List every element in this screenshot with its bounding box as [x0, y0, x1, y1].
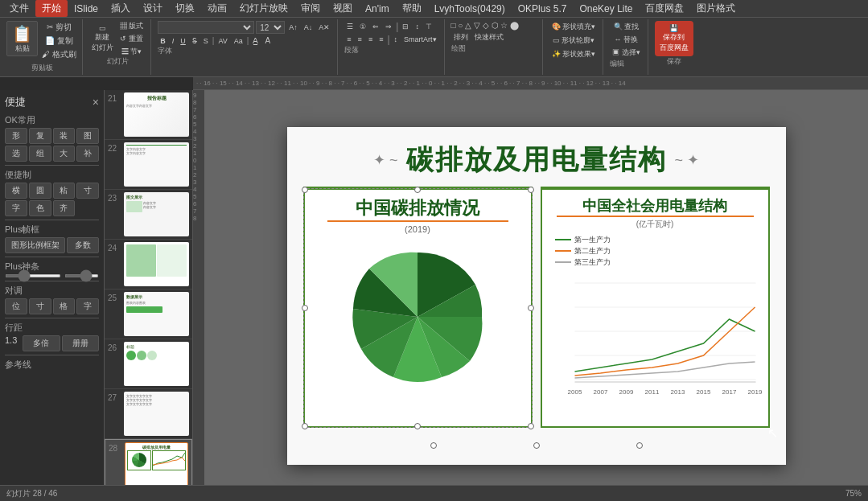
- smartart-convert[interactable]: SmartArt▾: [401, 35, 439, 44]
- underline-button[interactable]: U: [178, 36, 188, 46]
- col-button[interactable]: ⊟: [400, 22, 411, 31]
- menu-picture-format[interactable]: 图片格式: [690, 0, 742, 17]
- menu-slideshow[interactable]: 幻灯片放映: [233, 0, 294, 17]
- shape-ratio-btn[interactable]: 图形比例框架: [5, 237, 65, 253]
- menu-islide[interactable]: ISlide: [68, 2, 105, 16]
- ok-fu[interactable]: 复: [29, 128, 51, 144]
- bj-qi[interactable]: 齐: [53, 200, 76, 216]
- menu-file[interactable]: 文件: [3, 0, 35, 17]
- bj-heng[interactable]: 横: [5, 183, 27, 199]
- select-button[interactable]: ▣ 选择▾: [610, 47, 643, 59]
- indent-less[interactable]: ⇐: [370, 22, 381, 31]
- ok-zu[interactable]: 组: [29, 146, 51, 162]
- cut-button[interactable]: ✂ 剪切: [39, 21, 79, 34]
- slide-item-28[interactable]: 28 碳排放及用电量: [105, 439, 192, 490]
- bullet-list[interactable]: ☰: [344, 22, 356, 31]
- menu-baidu[interactable]: 百度网盘: [639, 0, 690, 17]
- canvas-area[interactable]: ✦ ~ 碳排放及用电量结构 ~ ✦: [204, 90, 868, 501]
- slide-canvas[interactable]: ✦ ~ 碳排放及用电量结构 ~ ✦: [287, 127, 786, 465]
- line-duobei[interactable]: 多倍: [23, 335, 60, 351]
- copy-button[interactable]: 📄 复制: [39, 35, 79, 47]
- menu-animate[interactable]: 动画: [201, 0, 233, 17]
- justify[interactable]: ≡: [376, 35, 385, 44]
- bold-button[interactable]: B: [158, 36, 168, 46]
- find-button[interactable]: 🔍 查找: [610, 21, 643, 33]
- slide-thumb-28[interactable]: 碳排放及用电量: [125, 442, 188, 487]
- number-list[interactable]: ①: [357, 22, 368, 31]
- menu-onekey[interactable]: OneKey Lite: [573, 2, 639, 16]
- slider-input[interactable]: [5, 274, 61, 277]
- font-size-select[interactable]: 12: [256, 21, 285, 34]
- font-color[interactable]: A: [262, 35, 273, 46]
- arrange-button[interactable]: 排列: [451, 31, 471, 43]
- save-baidu-button[interactable]: 💾保存到百度网盘: [655, 21, 693, 56]
- text-direction[interactable]: Aa: [232, 36, 245, 46]
- slide-item-26[interactable]: 26 标题: [105, 339, 192, 389]
- handle-br[interactable]: [528, 423, 534, 429]
- menu-switch[interactable]: 切换: [169, 0, 201, 17]
- handle-bm[interactable]: [414, 423, 421, 429]
- ok-zhuang[interactable]: 装: [53, 128, 76, 144]
- shadow-button[interactable]: S: [201, 36, 211, 46]
- align-right[interactable]: ≡: [366, 35, 375, 44]
- new-slide-button[interactable]: ▭新建幻灯片: [89, 23, 116, 54]
- slide-item-23[interactable]: 23 图文展示 内容文字 内容文字: [105, 190, 192, 240]
- slide-thumb-21[interactable]: 报告标题 内容文字内容文字: [124, 92, 189, 137]
- handle-tm[interactable]: [414, 187, 421, 193]
- menu-review[interactable]: 审阅: [294, 0, 327, 17]
- align-ge[interactable]: 格: [53, 298, 76, 314]
- highlight-color[interactable]: A̲: [250, 35, 261, 46]
- align-center[interactable]: ≡: [356, 35, 364, 44]
- handle-bl[interactable]: [302, 423, 308, 429]
- align-wei[interactable]: 位: [5, 298, 27, 314]
- bj-nian[interactable]: 粘: [53, 183, 76, 199]
- align-top[interactable]: ⊤: [423, 22, 434, 31]
- chart-line-box[interactable]: 中国全社会用电量结构 (亿千瓦时) 第一生产力: [541, 187, 770, 428]
- direction-button[interactable]: ↕: [413, 22, 422, 31]
- align-cun[interactable]: 寸: [29, 298, 51, 314]
- shape-outline[interactable]: ▭ 形状轮廓▾: [549, 35, 599, 47]
- bj-yuan[interactable]: 圆: [29, 183, 51, 199]
- slide-thumb-26[interactable]: 标题: [124, 342, 189, 386]
- chart-pie-box[interactable]: 中国碳排放情况 (2019): [303, 187, 533, 428]
- font-decrease[interactable]: A↓: [302, 23, 315, 32]
- strikethrough[interactable]: S̶: [190, 36, 200, 46]
- slide-thumb-24[interactable]: [124, 242, 189, 286]
- shape-effect[interactable]: ✨ 形状效果▾: [549, 48, 599, 60]
- slide-thumb-23[interactable]: 图文展示 内容文字 内容文字: [124, 192, 189, 236]
- handle-tr[interactable]: [528, 187, 534, 193]
- slider-input-2[interactable]: [64, 274, 99, 277]
- menu-anim[interactable]: An'im: [359, 2, 396, 16]
- bj-se[interactable]: 色: [29, 200, 51, 216]
- quick-styles[interactable]: 快速样式: [472, 31, 506, 43]
- line-cecel[interactable]: 册册: [62, 335, 100, 351]
- replace-button[interactable]: ↔ 替换: [610, 34, 643, 46]
- slide-thumb-25[interactable]: 数据展示 图表内容图表: [124, 292, 189, 336]
- align-zi[interactable]: 字: [76, 298, 99, 314]
- bottom-handle-m[interactable]: [533, 442, 540, 449]
- slide-thumb-27[interactable]: 文字文字文字文字 文字文字文字文字 文字文字文字文字: [124, 392, 189, 436]
- menu-lvyhtools[interactable]: LvyhTools(0429): [428, 2, 512, 16]
- paste-button[interactable]: 📋 粘贴: [6, 21, 38, 56]
- indent-more[interactable]: ⇒: [383, 22, 394, 31]
- layout-button[interactable]: ▦ 版式: [117, 20, 146, 32]
- menu-okplus[interactable]: OKPlus 5.7: [512, 2, 574, 16]
- menu-insert[interactable]: 插入: [105, 0, 137, 17]
- char-spacing[interactable]: AV: [216, 36, 229, 46]
- handle-tl[interactable]: [302, 187, 308, 193]
- italic-button[interactable]: I: [170, 36, 177, 46]
- ok-tu[interactable]: 图: [76, 128, 99, 144]
- bj-zi[interactable]: 字: [5, 200, 27, 216]
- slide-item-22[interactable]: 22 文字内容文字 文字内容文字: [105, 140, 192, 190]
- slide-item-25[interactable]: 25 数据展示 图表内容图表: [105, 290, 192, 339]
- menu-view[interactable]: 视图: [327, 0, 359, 17]
- slide-thumb-22[interactable]: 文字内容文字 文字内容文字: [124, 142, 189, 187]
- ok-bu[interactable]: 补: [76, 146, 99, 162]
- handle-mr[interactable]: [528, 305, 534, 311]
- bottom-handle-l[interactable]: [430, 442, 437, 449]
- menu-design[interactable]: 设计: [137, 0, 169, 17]
- duo-btn[interactable]: 多数: [67, 237, 99, 253]
- menu-help[interactable]: 帮助: [396, 0, 428, 17]
- panel-close-button[interactable]: ×: [93, 96, 99, 109]
- ok-xuan[interactable]: 选: [5, 146, 27, 162]
